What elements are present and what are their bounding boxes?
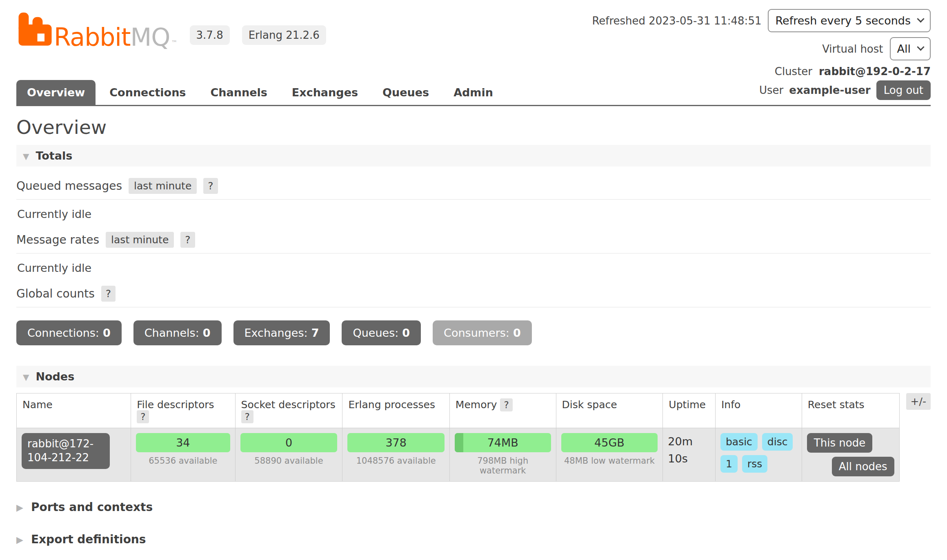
expand-triangle-icon — [16, 501, 23, 513]
col-file-descriptors: File descriptors ? — [131, 393, 235, 428]
section-nodes-title: Nodes — [36, 370, 74, 383]
rabbitmq-management-page: RabbitMQ™ 3.7.8 Erlang 21.2.6 Refreshed … — [0, 0, 947, 560]
main-content: Overview Totals Queued messages last min… — [16, 116, 931, 560]
col-erlang-processes: Erlang processes — [342, 393, 449, 428]
section-export-definitions[interactable]: Export definitions — [16, 533, 931, 546]
erlang-processes-bar: 378 — [347, 433, 444, 452]
virtual-host-select[interactable]: All — [890, 37, 931, 60]
rabbitmq-logo[interactable]: RabbitMQ™ — [16, 11, 178, 49]
file-descriptors-bar: 34 — [136, 433, 230, 452]
help-icon[interactable]: ? — [203, 178, 218, 194]
tab-connections[interactable]: Connections — [99, 80, 196, 105]
page-title: Overview — [16, 116, 931, 138]
top-bar: RabbitMQ™ 3.7.8 Erlang 21.2.6 Refreshed … — [16, 7, 931, 78]
section-ports-and-contexts[interactable]: Ports and contexts — [16, 500, 931, 514]
col-name: Name — [17, 393, 131, 428]
erlang-processes-detail: 1048576 available — [347, 456, 444, 466]
socket-descriptors-bar: 0 — [240, 433, 338, 452]
tab-channels[interactable]: Channels — [200, 80, 278, 105]
message-rates-status: Currently idle — [17, 262, 931, 274]
global-count-buttons: Connections:0 Channels:0 Exchanges:7 Que… — [16, 320, 931, 345]
queued-messages-heading: Queued messages last minute ? — [16, 178, 931, 200]
column-selector-button[interactable]: +/- — [906, 393, 931, 410]
chevron-down-icon — [917, 15, 924, 22]
tab-queues[interactable]: Queues — [372, 80, 440, 105]
help-icon[interactable]: ? — [180, 232, 195, 248]
section-totals-title: Totals — [36, 149, 72, 162]
refresh-interval-select[interactable]: Refresh every 5 seconds — [768, 9, 931, 32]
queued-messages-range-chip[interactable]: last minute — [129, 178, 197, 194]
message-rates-label: Message rates — [16, 233, 99, 247]
top-right-status: Refreshed 2023-05-31 11:48:51 Refresh ev… — [592, 7, 931, 78]
col-info: Info — [715, 393, 802, 428]
logout-button[interactable]: Log out — [876, 80, 931, 100]
node-name-badge: rabbit@172-104-212-22 — [22, 433, 110, 469]
brand-text-rabbit: Rabbit — [54, 26, 131, 49]
connections-count-button[interactable]: Connections:0 — [16, 320, 122, 345]
uptime-cell: 20m 10s — [663, 428, 716, 482]
message-rates-range-chip[interactable]: last minute — [106, 232, 174, 248]
erlang-version-badge: Erlang 21.2.6 — [242, 25, 326, 45]
global-counts-label: Global counts — [16, 287, 95, 300]
info-cell: basic disc 1 rss — [715, 428, 802, 482]
help-icon[interactable]: ? — [500, 398, 512, 411]
col-reset-stats: Reset stats — [802, 393, 899, 428]
disk-space-detail: 48MB low watermark — [561, 456, 658, 466]
tab-exchanges[interactable]: Exchanges — [281, 80, 369, 105]
nodes-table-wrap: Name File descriptors ? Socket descripto… — [16, 393, 931, 482]
refresh-interval-value: Refresh every 5 seconds — [775, 14, 911, 27]
virtual-host-value: All — [897, 42, 911, 55]
memory-used-segment — [455, 433, 463, 452]
nodes-header-row: Name File descriptors ? Socket descripto… — [17, 393, 900, 428]
channels-count-button[interactable]: Channels:0 — [133, 320, 222, 345]
tab-bar: Overview Connections Channels Exchanges … — [16, 80, 931, 106]
consumers-count-button: Consumers:0 — [433, 320, 532, 345]
uptime-value: 20m 10s — [668, 435, 693, 465]
queued-messages-status: Currently idle — [17, 208, 931, 220]
tab-admin[interactable]: Admin — [443, 80, 504, 105]
collapse-triangle-icon — [23, 150, 29, 162]
help-icon[interactable]: ? — [241, 410, 253, 423]
cluster-name: rabbit@192-0-2-17 — [819, 65, 931, 78]
trademark-symbol: ™ — [171, 39, 178, 47]
erlang-processes-cell: 378 1048576 available — [342, 428, 449, 482]
help-icon[interactable]: ? — [137, 410, 149, 423]
reset-this-node-button[interactable]: This node — [807, 433, 872, 453]
user-label: User — [759, 84, 783, 96]
col-memory: Memory ? — [449, 393, 556, 428]
file-descriptors-detail: 65536 available — [136, 456, 230, 466]
socket-descriptors-cell: 0 58890 available — [235, 428, 342, 482]
collapse-triangle-icon — [23, 371, 29, 382]
disk-space-bar: 45GB — [561, 433, 658, 452]
reset-all-nodes-button[interactable]: All nodes — [832, 457, 894, 476]
user-area: User example-user Log out — [759, 80, 931, 105]
refreshed-timestamp: Refreshed 2023-05-31 11:48:51 — [592, 15, 761, 27]
info-badge-disc: disc — [762, 433, 793, 451]
global-counts-heading: Global counts ? — [16, 286, 931, 307]
rabbit-icon — [16, 11, 54, 49]
expand-triangle-icon — [16, 533, 23, 545]
node-row: rabbit@172-104-212-22 34 65536 available… — [17, 428, 900, 482]
file-descriptors-cell: 34 65536 available — [131, 428, 235, 482]
memory-bar: 74MB — [455, 433, 551, 452]
socket-descriptors-detail: 58890 available — [240, 456, 338, 466]
col-disk-space: Disk space — [556, 393, 663, 428]
queues-count-button[interactable]: Queues:0 — [342, 320, 421, 345]
info-badge-1: 1 — [720, 455, 738, 473]
section-totals[interactable]: Totals — [16, 145, 931, 167]
section-nodes[interactable]: Nodes — [16, 366, 931, 387]
info-badges: basic disc 1 rss — [720, 433, 797, 473]
chevron-down-icon — [917, 43, 924, 51]
col-uptime: Uptime — [663, 393, 716, 428]
brand-text-mq: MQ — [131, 26, 170, 49]
logo-area: RabbitMQ™ 3.7.8 Erlang 21.2.6 — [16, 7, 326, 49]
node-name-cell: rabbit@172-104-212-22 — [17, 428, 131, 482]
virtual-host-label: Virtual host — [822, 43, 883, 55]
version-badge: 3.7.8 — [190, 25, 230, 45]
queued-messages-label: Queued messages — [16, 179, 122, 193]
help-icon[interactable]: ? — [101, 286, 116, 302]
disk-space-cell: 45GB 48MB low watermark — [556, 428, 663, 482]
exchanges-count-button[interactable]: Exchanges:7 — [233, 320, 330, 345]
tab-overview[interactable]: Overview — [16, 80, 96, 105]
col-socket-descriptors: Socket descriptors ? — [235, 393, 342, 428]
